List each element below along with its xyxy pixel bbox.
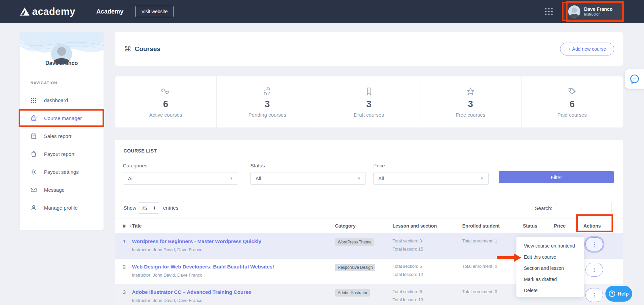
link-icon — [161, 87, 170, 97]
filter-group: Status All ▼ — [250, 163, 366, 185]
row-number: 2 — [123, 264, 132, 284]
question-mark-icon: ? — [609, 290, 615, 297]
row-number: 1 — [123, 238, 132, 258]
actions-menu-item[interactable]: Mark as drafted — [516, 274, 584, 285]
course-title-link[interactable]: Web Design for Web Developers: Build Bea… — [132, 264, 335, 269]
help-button[interactable]: ? Help — [605, 286, 632, 302]
filter-label: Status — [250, 163, 366, 168]
stat-value: 6 — [163, 99, 168, 110]
filter-select[interactable]: All ▼ — [373, 172, 489, 185]
course-instructor: Instructor: John David, Dave Franco — [132, 247, 335, 252]
category-badge: Responsive Design — [335, 264, 375, 271]
entries-bar: Show 25 ▲▼ entries Search: — [115, 202, 623, 214]
filter-button[interactable]: Filter — [499, 171, 614, 183]
stat-value: 3 — [468, 99, 473, 110]
tags-icon — [568, 87, 577, 97]
stat-value: 3 — [265, 99, 270, 110]
star-icon — [466, 87, 475, 97]
stat-label: Pending courses — [248, 112, 286, 118]
sidebar-item-payout-settings[interactable]: Payout settings — [20, 163, 104, 181]
academy-logo[interactable]: academy — [20, 6, 75, 17]
stats-row: 6 Active courses 3 Pending courses 3 Dra… — [115, 76, 623, 127]
messenger-icon — [629, 74, 640, 85]
sidebar-item-message[interactable]: Message — [20, 181, 104, 199]
stat-value: 3 — [366, 99, 371, 110]
row-actions-button[interactable]: ⋮ — [585, 263, 603, 277]
app-name: Academy — [96, 8, 124, 15]
column-header-enrolled-student[interactable]: Enrolled student — [462, 223, 523, 229]
total-enrolment: Total enrolment: 0 — [462, 264, 523, 269]
row-actions-button[interactable]: ⋮ — [585, 288, 603, 302]
actions-menu-item[interactable]: Delete — [516, 285, 584, 296]
sidebar-item-label: Course manager — [44, 115, 82, 121]
actions-menu-item[interactable]: View course on frontend — [516, 240, 584, 251]
filter-select[interactable]: All ▼ — [123, 172, 238, 185]
messenger-chat-tab[interactable] — [625, 69, 644, 89]
stat-card: 6 Paid courses — [521, 76, 623, 127]
sidebar-item-manage-profile[interactable]: Manage profile — [20, 199, 104, 217]
sidebar-item-dashboard[interactable]: dashboard — [20, 91, 104, 109]
actions-dropdown-menu: View course on frontend Edit this course… — [516, 237, 584, 297]
sidebar-item-label: Payout report — [44, 151, 74, 157]
user-menu[interactable]: Dave Franco Instructor — [562, 2, 624, 21]
logo-triangle-icon — [20, 7, 30, 16]
search-label: Search: — [535, 205, 552, 211]
bookmark-icon — [364, 87, 374, 97]
visit-website-button[interactable]: Visit website — [135, 6, 174, 17]
column-header-title[interactable]: Title — [132, 223, 335, 229]
sidebar-item-course-manager[interactable]: Course manager — [20, 109, 104, 127]
user-avatar — [568, 5, 580, 18]
entries-per-page-select[interactable]: 25 ▲▼ — [138, 202, 159, 214]
course-title-link[interactable]: Wordpress for Beginners - Master Wordpre… — [132, 238, 335, 244]
filter-selected-value: All — [128, 175, 134, 181]
show-label: Show — [124, 205, 136, 211]
user-name: Dave Franco — [584, 6, 613, 12]
total-lesson: Total lesson: 13 — [393, 297, 462, 302]
column-header-lesson-and-section[interactable]: Lesson and section — [393, 223, 462, 229]
row-actions-button[interactable]: ⋮ — [585, 237, 603, 251]
user-icon — [30, 205, 37, 211]
stat-card: 6 Active courses — [115, 76, 217, 127]
sidebar-item-sales-report[interactable]: Sales report — [20, 127, 104, 145]
sort-icon[interactable]: ▲▼ — [130, 224, 132, 228]
filter-label: Price — [373, 163, 489, 168]
category-badge: WordPress Theme — [335, 238, 374, 246]
sidebar-item-label: dashboard — [44, 97, 68, 103]
envelope-icon — [30, 187, 37, 193]
sidebar-item-payout-report[interactable]: Payout report — [20, 145, 104, 163]
total-enrolment: Total enrolment: 1 — [462, 238, 523, 243]
stepper-icon: ▲▼ — [153, 206, 156, 210]
column-header-status[interactable]: Status — [523, 223, 554, 229]
search-input[interactable] — [555, 203, 612, 213]
sidebar-item-label: Manage profile — [44, 205, 77, 211]
filter-group: Categories All ▼ — [123, 163, 238, 185]
category-badge: Adobe Illustrator — [335, 289, 370, 297]
course-title-link[interactable]: Adobe Illustrator CC – Advanced Training… — [132, 289, 335, 295]
sidebar-item-label: Payout settings — [44, 169, 79, 175]
actions-menu-item[interactable]: Edit this course — [516, 251, 584, 262]
add-new-course-button[interactable]: + Add new course — [560, 43, 614, 55]
column-header-price[interactable]: Price — [554, 223, 583, 229]
total-section: Total section: 5 — [393, 264, 462, 269]
total-enrolment: Total enrolment: 0 — [462, 289, 523, 294]
actions-menu-item[interactable]: Section and lesson — [516, 262, 584, 274]
top-navbar: academy Academy Visit website Dave Franc… — [0, 0, 644, 23]
grid-icon — [30, 97, 37, 103]
column-header-actions[interactable]: Actions — [583, 223, 623, 229]
filter-selected-value: All — [256, 175, 261, 181]
stat-card: 3 Pending courses — [217, 76, 318, 127]
course-instructor: Instructor: John David, Dave Franco — [132, 298, 335, 303]
table-header-row: #▲▼TitleCategoryLesson and sectionEnroll… — [115, 218, 623, 233]
chevron-down-icon: ▼ — [480, 177, 484, 180]
sidebar: Dave Franco NAVIGATION dashboard Course … — [20, 32, 104, 230]
apps-grid-icon[interactable] — [545, 8, 553, 15]
filter-select[interactable]: All ▼ — [250, 172, 366, 185]
stat-label: Draft courses — [354, 112, 384, 118]
stat-label: Active courses — [149, 112, 182, 118]
row-number: 3 — [123, 289, 132, 305]
stat-card: 3 Free courses — [420, 76, 521, 127]
logo-text: academy — [32, 6, 75, 17]
column-header-category[interactable]: Category — [335, 223, 393, 229]
entries-per-page-value: 25 — [141, 205, 147, 211]
course-instructor: Instructor: John David, Dave Franco — [132, 273, 335, 278]
